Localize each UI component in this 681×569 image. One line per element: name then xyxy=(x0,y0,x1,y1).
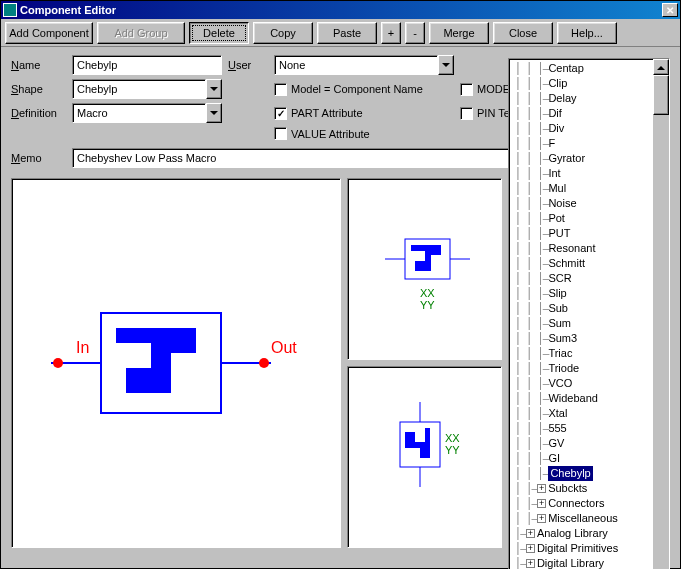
user-combo-input[interactable] xyxy=(274,55,438,75)
tree-item[interactable]: │ │ │–GV xyxy=(509,436,669,451)
tree-item[interactable]: │–+Digital Primitives xyxy=(509,541,669,556)
tree-item[interactable]: │ │ │–Sum3 xyxy=(509,331,669,346)
tree-item[interactable]: │ │ │–Gyrator xyxy=(509,151,669,166)
svg-text:Out: Out xyxy=(271,339,297,356)
svg-text:YY: YY xyxy=(445,444,460,456)
plus-icon[interactable]: + xyxy=(537,499,546,508)
definition-label: Definition xyxy=(11,107,66,119)
definition-combo-input[interactable] xyxy=(72,103,206,123)
preview-top[interactable]: XX YY xyxy=(347,178,502,360)
plus-icon[interactable]: + xyxy=(526,544,535,553)
chevron-down-icon[interactable] xyxy=(206,103,222,123)
tree-item[interactable]: │ │ │–Pot xyxy=(509,211,669,226)
shape-label: Shape xyxy=(11,83,66,95)
expand-button[interactable]: + xyxy=(381,22,401,44)
part-attr-checkbox[interactable]: ✓ xyxy=(274,107,287,120)
tree-item[interactable]: │ │ │–Wideband xyxy=(509,391,669,406)
component-shape-large: In Out xyxy=(46,293,306,433)
component-editor-window: Component Editor ✕ Add Component Add Gro… xyxy=(0,0,681,569)
tree-item[interactable]: │ │ │–SCR xyxy=(509,271,669,286)
tree-item[interactable]: │ │ │–VCO xyxy=(509,376,669,391)
main-area: In Out XX YY xyxy=(1,172,680,569)
tree-item[interactable]: │–+Digital Library xyxy=(509,556,669,569)
tree-item[interactable]: │ │ │–Xtal xyxy=(509,406,669,421)
tree-item[interactable]: │–+Analog Library xyxy=(509,526,669,541)
tree-item[interactable]: │ │ │–Sub xyxy=(509,301,669,316)
plus-icon[interactable]: + xyxy=(526,559,535,568)
tree-item[interactable]: │ │ │–Int xyxy=(509,166,669,181)
tree-item[interactable]: │ │–+Connectors xyxy=(509,496,669,511)
tree-item[interactable]: │ │ │–Noise xyxy=(509,196,669,211)
value-attr-checkbox[interactable] xyxy=(274,127,287,140)
component-tree[interactable]: │ │ │–Centap │ │ │–Clip │ │ │–Delay │ │ … xyxy=(508,58,670,569)
tree-item[interactable]: │ │ │–Div xyxy=(509,121,669,136)
tree-item[interactable]: │ │ │–555 xyxy=(509,421,669,436)
user-label: User xyxy=(228,59,268,71)
copy-button[interactable]: Copy xyxy=(253,22,313,44)
scroll-up-icon[interactable] xyxy=(653,59,669,75)
pin-text-checkbox[interactable] xyxy=(460,107,473,120)
component-shape-small-2: XX YY xyxy=(375,392,475,522)
scrollbar[interactable] xyxy=(653,59,669,569)
plus-icon[interactable]: + xyxy=(537,514,546,523)
svg-text:In: In xyxy=(76,339,89,356)
shape-combo[interactable] xyxy=(72,79,222,99)
svg-text:YY: YY xyxy=(420,299,435,311)
tree-item[interactable]: │ │ │–Slip xyxy=(509,286,669,301)
tree-item[interactable]: │ │ │–Centap xyxy=(509,61,669,76)
delete-button[interactable]: Delete xyxy=(189,22,249,44)
value-attr-label: VALUE Attribute xyxy=(291,128,370,140)
scroll-thumb[interactable] xyxy=(653,75,669,115)
collapse-button[interactable]: - xyxy=(405,22,425,44)
svg-text:XX: XX xyxy=(445,432,460,444)
model-compname-label: Model = Component Name xyxy=(291,83,423,95)
tree-item[interactable]: │ │ │–PUT xyxy=(509,226,669,241)
tree-item[interactable]: │ │ │–Triode xyxy=(509,361,669,376)
help-button[interactable]: Help... xyxy=(557,22,617,44)
tree-item[interactable]: │ │ │–Mul xyxy=(509,181,669,196)
titlebar: Component Editor ✕ xyxy=(1,1,680,19)
tree-item[interactable]: │ │ │–GI xyxy=(509,451,669,466)
add-group-button[interactable]: Add Group xyxy=(97,22,185,44)
chevron-down-icon[interactable] xyxy=(206,79,222,99)
preview-bottom[interactable]: XX YY xyxy=(347,366,502,548)
chevron-down-icon[interactable] xyxy=(438,55,454,75)
add-component-button[interactable]: Add Component xyxy=(5,22,93,44)
toolbar: Add Component Add Group Delete Copy Past… xyxy=(1,19,680,47)
component-shape-small-1: XX YY xyxy=(375,219,475,319)
user-combo[interactable] xyxy=(274,55,454,75)
paste-button[interactable]: Paste xyxy=(317,22,377,44)
svg-text:XX: XX xyxy=(420,287,435,299)
tree-item[interactable]: │ │ │–Delay xyxy=(509,91,669,106)
tree-item[interactable]: │ │ │–Schmitt xyxy=(509,256,669,271)
tree-item[interactable]: │ │–+Miscellaneous xyxy=(509,511,669,526)
tree-item[interactable]: │ │ │–Clip xyxy=(509,76,669,91)
tree-item[interactable]: │ │ │–Dif xyxy=(509,106,669,121)
memo-label: Memo xyxy=(11,152,66,164)
close-button[interactable]: Close xyxy=(493,22,553,44)
name-input[interactable] xyxy=(72,55,222,75)
tree-item[interactable]: │ │–+Subckts xyxy=(509,481,669,496)
shape-combo-input[interactable] xyxy=(72,79,206,99)
model-attr-checkbox[interactable] xyxy=(460,83,473,96)
name-label: Name xyxy=(11,59,66,71)
tree-panel: │ │ │–Centap │ │ │–Clip │ │ │–Delay │ │ … xyxy=(508,58,670,569)
preview-large[interactable]: In Out xyxy=(11,178,341,548)
window-title: Component Editor xyxy=(20,4,662,16)
svg-point-5 xyxy=(259,358,269,368)
part-attr-label: PART Attribute xyxy=(291,107,363,119)
svg-point-1 xyxy=(53,358,63,368)
tree-item[interactable]: │ │ │–Triac xyxy=(509,346,669,361)
tree-item[interactable]: │ │ │–Chebylp xyxy=(509,466,669,481)
merge-button[interactable]: Merge xyxy=(429,22,489,44)
plus-icon[interactable]: + xyxy=(526,529,535,538)
tree-item[interactable]: │ │ │–Resonant xyxy=(509,241,669,256)
model-compname-checkbox[interactable] xyxy=(274,83,287,96)
close-icon[interactable]: ✕ xyxy=(662,3,678,17)
definition-combo[interactable] xyxy=(72,103,222,123)
app-icon xyxy=(3,3,17,17)
tree-item[interactable]: │ │ │–Sum xyxy=(509,316,669,331)
tree-item[interactable]: │ │ │–F xyxy=(509,136,669,151)
plus-icon[interactable]: + xyxy=(537,484,546,493)
